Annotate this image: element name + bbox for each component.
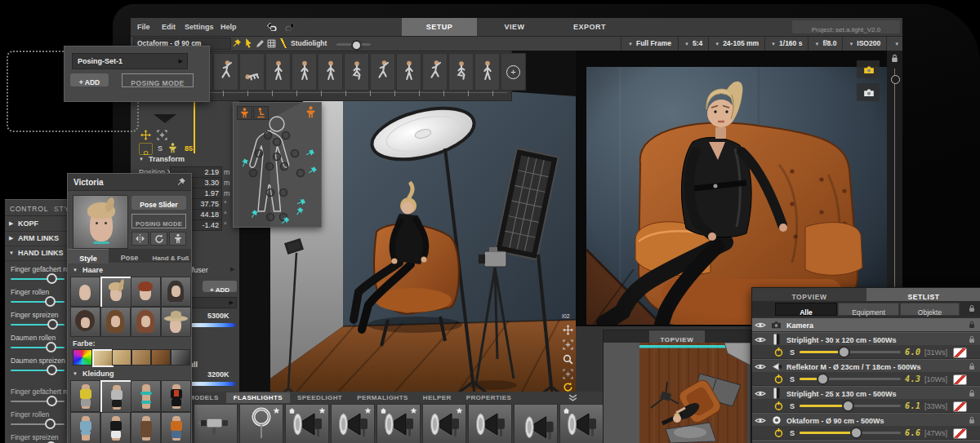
clothing-thumb[interactable] bbox=[70, 380, 100, 412]
grid-icon[interactable] bbox=[267, 39, 276, 48]
mannequin-icon[interactable] bbox=[168, 143, 177, 153]
menu-file[interactable]: File bbox=[137, 23, 150, 32]
chevron-down-icon[interactable]: ▼ bbox=[73, 268, 78, 272]
pose-thumb[interactable] bbox=[448, 53, 474, 91]
tab-flashlights[interactable]: FLASHLIGHTS bbox=[226, 392, 290, 403]
setlist-row-striplight-2[interactable]: Striplight - 25 x 130 cm - 500Ws bbox=[752, 386, 980, 400]
light-thumb[interactable] bbox=[468, 404, 512, 443]
hair-thumb[interactable] bbox=[131, 307, 161, 337]
pose-thumb[interactable] bbox=[422, 53, 448, 91]
finger-slider[interactable] bbox=[11, 278, 65, 280]
pose-thumb[interactable] bbox=[213, 53, 238, 91]
power-icon[interactable] bbox=[774, 348, 783, 357]
menu-help[interactable]: Help bbox=[220, 23, 237, 32]
clothing-thumb[interactable] bbox=[161, 380, 191, 412]
tab-style[interactable]: Style bbox=[68, 249, 109, 264]
pose-thumb[interactable] bbox=[344, 53, 369, 91]
clothing-thumb[interactable] bbox=[161, 412, 191, 443]
hair-thumb[interactable] bbox=[100, 277, 132, 308]
orbit-icon[interactable] bbox=[563, 339, 573, 350]
gel-swatch[interactable] bbox=[953, 348, 967, 358]
tab-setup[interactable]: SETUP bbox=[402, 18, 477, 36]
aperture-select[interactable]: ▼ f/8.0 bbox=[808, 37, 842, 51]
lock-icon[interactable] bbox=[891, 54, 898, 63]
menu-edit[interactable]: Edit bbox=[162, 23, 176, 32]
tab-export[interactable]: EXPORT bbox=[552, 18, 627, 36]
pose-thumb[interactable] bbox=[370, 53, 395, 91]
tab-setlist[interactable]: SETLIST bbox=[866, 288, 980, 301]
pose-thumb[interactable] bbox=[292, 53, 317, 91]
power-slider[interactable] bbox=[800, 432, 901, 434]
power-slider[interactable] bbox=[800, 405, 901, 407]
filter-equipment[interactable]: Equipment bbox=[838, 303, 899, 316]
hair-thumb[interactable] bbox=[131, 277, 161, 307]
hair-thumb[interactable] bbox=[161, 307, 191, 337]
select-cursor-icon[interactable] bbox=[245, 38, 252, 49]
pencil-icon[interactable] bbox=[256, 39, 265, 48]
camera-2-button[interactable] bbox=[857, 83, 880, 101]
lens-select[interactable]: ▼ 24-105 mm bbox=[708, 37, 764, 51]
posing-set-select[interactable]: Posing-Set-1 ▶ bbox=[72, 53, 188, 69]
s-toggle[interactable]: S bbox=[158, 144, 163, 153]
lock-icon[interactable] bbox=[969, 321, 975, 329]
filter-objekte[interactable]: Objekte bbox=[900, 303, 960, 316]
power-icon[interactable] bbox=[774, 401, 783, 410]
add-diffuser-button[interactable]: + ADD bbox=[203, 281, 237, 292]
clothing-thumb[interactable] bbox=[100, 412, 131, 443]
pose-timeline[interactable] bbox=[185, 91, 511, 100]
group-kopf[interactable]: ▶ KOPF bbox=[5, 217, 69, 232]
ratio-select[interactable]: ▼ 5:4 bbox=[678, 37, 708, 51]
mirror-pose-button[interactable] bbox=[131, 232, 149, 246]
eye-icon[interactable] bbox=[755, 321, 766, 329]
tab-properties[interactable]: PROPERTIES bbox=[459, 392, 519, 403]
collapse-chevron-icon[interactable] bbox=[154, 114, 176, 123]
studiolight-slider[interactable] bbox=[336, 43, 371, 46]
lock-icon[interactable] bbox=[969, 335, 975, 343]
power-slider[interactable] bbox=[800, 351, 901, 353]
chevron-down-icon[interactable]: ▼ bbox=[73, 371, 78, 376]
haircolor-swatch[interactable] bbox=[171, 349, 190, 365]
tab-topview[interactable]: TOPVIEW bbox=[752, 288, 866, 301]
light-thumb[interactable] bbox=[559, 404, 604, 443]
tab-permalights[interactable]: PERMALIGHTS bbox=[350, 392, 416, 403]
power-slider[interactable] bbox=[800, 378, 901, 380]
camera-1-button[interactable] bbox=[857, 60, 880, 78]
setlist-row-kamera[interactable]: Kamera bbox=[752, 318, 980, 331]
power-icon[interactable] bbox=[774, 428, 783, 437]
group-hand-links[interactable]: ▼ HAND LINKS bbox=[5, 246, 69, 261]
pose-thumb[interactable] bbox=[318, 53, 343, 91]
chevron-right-icon[interactable]: ▶ bbox=[230, 266, 234, 272]
setlist-row-striplight-1[interactable]: Striplight - 30 x 120 cm - 500Ws bbox=[752, 332, 980, 346]
model-options-button[interactable] bbox=[169, 232, 186, 246]
light-thumb[interactable] bbox=[239, 404, 283, 443]
pose-slider-button[interactable]: Pose Slider bbox=[131, 196, 186, 210]
light-thumb[interactable] bbox=[285, 404, 329, 443]
clothing-thumb[interactable] bbox=[70, 412, 100, 443]
setlist-row-reflektor[interactable]: Reflektor M - Ø 23cm / T 18cm - 500Ws bbox=[752, 359, 980, 373]
tab-helper[interactable]: HELPER bbox=[416, 392, 459, 403]
finger-slider[interactable] bbox=[11, 301, 65, 303]
posing-mode-button[interactable]: POSING MODE bbox=[131, 214, 186, 228]
tab-speedlight[interactable]: SPEEDLIGHT bbox=[290, 392, 350, 403]
setlist-row-victoria[interactable]: Victoria bbox=[752, 440, 980, 443]
redo-icon[interactable] bbox=[284, 22, 295, 31]
thumb-slider[interactable] bbox=[11, 370, 65, 371]
setlist-row-oktaform[interactable]: Oktaform - Ø 90 cm - 500Ws bbox=[752, 413, 980, 427]
pose-thumb[interactable] bbox=[474, 53, 500, 91]
rotate-model-button[interactable] bbox=[150, 232, 167, 246]
haircolor-swatch[interactable] bbox=[112, 349, 131, 365]
undo-icon[interactable] bbox=[267, 22, 278, 31]
clothing-thumb[interactable] bbox=[100, 380, 132, 414]
tab-control[interactable]: CONTROL bbox=[10, 205, 48, 213]
zoom-icon[interactable] bbox=[563, 354, 573, 365]
haircolor-rainbow-swatch[interactable] bbox=[73, 349, 92, 365]
preview-zoom-handle[interactable] bbox=[891, 75, 900, 84]
collapse-chevrons-icon[interactable] bbox=[568, 394, 577, 401]
pin-icon[interactable] bbox=[232, 38, 242, 48]
pose-thumb[interactable] bbox=[396, 53, 421, 91]
light-thumb[interactable] bbox=[422, 404, 466, 443]
light-thumb[interactable] bbox=[376, 404, 421, 443]
gel-swatch[interactable] bbox=[953, 374, 967, 385]
hair-thumb[interactable] bbox=[70, 277, 100, 307]
group-arm-links[interactable]: ▶ ARM LINKS bbox=[5, 232, 69, 246]
